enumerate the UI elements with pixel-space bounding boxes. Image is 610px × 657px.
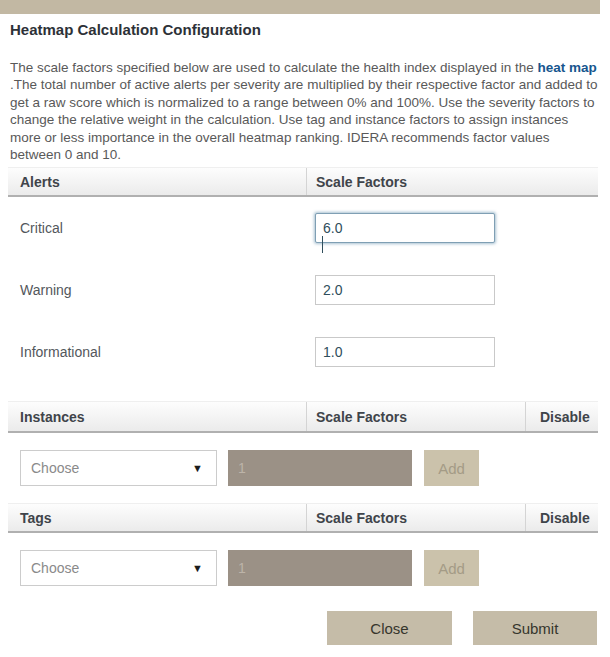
tags-disable-column-header: Disable [525, 504, 598, 531]
informational-scale-factor-input[interactable] [315, 337, 495, 367]
tags-control-row: Choose ▼ Add [8, 533, 598, 603]
intro-after: .The total number of active alerts per s… [10, 77, 598, 162]
table-row-critical: Critical [8, 197, 598, 259]
close-button[interactable]: Close [327, 611, 452, 645]
dialog-top-bar [0, 0, 600, 14]
instances-add-button[interactable]: Add [424, 450, 479, 486]
tags-column-header: Tags [8, 504, 306, 531]
dialog-footer: Close Submit [0, 611, 597, 645]
alerts-table-header: Alerts Scale Factors [8, 167, 598, 197]
critical-scale-factor-input[interactable] [315, 213, 495, 243]
submit-button[interactable]: Submit [473, 611, 597, 645]
tags-dropdown-value: Choose [31, 560, 79, 576]
alerts-column-header: Alerts [8, 168, 306, 195]
tags-choose-dropdown[interactable]: Choose ▼ [20, 550, 217, 586]
heatmap-config-dialog: Heatmap Calculation Configuration The sc… [0, 0, 610, 645]
informational-label: Informational [8, 344, 306, 360]
instances-scale-factors-column-header: Scale Factors [306, 402, 525, 431]
warning-scale-factor-input[interactable] [315, 275, 495, 305]
instances-table-header: Instances Scale Factors Disable [8, 401, 598, 433]
alerts-scale-factors-column-header: Scale Factors [306, 168, 525, 195]
text-cursor [322, 236, 323, 253]
tags-table-header: Tags Scale Factors Disable [8, 503, 598, 533]
chevron-down-icon: ▼ [192, 562, 203, 574]
instances-column-header: Instances [8, 402, 306, 431]
instances-dropdown-value: Choose [31, 460, 79, 476]
warning-label: Warning [8, 282, 306, 298]
instances-control-row: Choose ▼ Add [8, 433, 598, 503]
table-row-warning: Warning [8, 259, 598, 321]
critical-label: Critical [8, 220, 306, 236]
tags-add-button[interactable]: Add [424, 550, 479, 586]
intro-text: The scale factors specified below are us… [10, 59, 598, 163]
intro-before: The scale factors specified below are us… [10, 60, 538, 75]
instances-scale-factor-input[interactable] [228, 450, 412, 486]
tags-scale-factors-column-header: Scale Factors [306, 504, 525, 531]
instances-choose-dropdown[interactable]: Choose ▼ [20, 450, 217, 486]
chevron-down-icon: ▼ [192, 462, 203, 474]
table-row-informational: Informational [8, 321, 598, 383]
heat-map-link[interactable]: heat map [538, 60, 597, 75]
tags-scale-factor-input[interactable] [228, 550, 412, 586]
page-title: Heatmap Calculation Configuration [10, 22, 610, 38]
instances-disable-column-header: Disable [525, 402, 598, 431]
